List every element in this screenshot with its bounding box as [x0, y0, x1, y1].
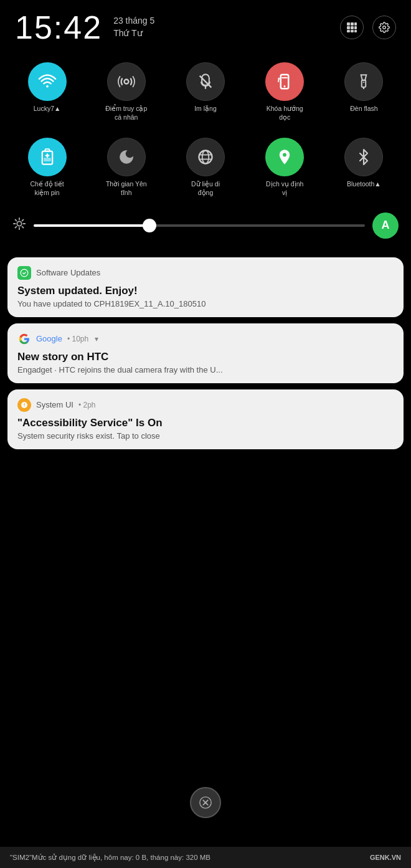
- slider-thumb: [143, 219, 156, 232]
- tile-silent[interactable]: Im lặng: [166, 56, 245, 128]
- tile-rotation-label: Khóa hướngdọc: [267, 105, 303, 122]
- svg-rect-1: [351, 22, 354, 26]
- notif-meta-2: • 10ph: [67, 335, 88, 343]
- notif-app-name-1: Software Updates: [36, 268, 100, 277]
- tile-location-label: Dịch vụ địnhvị: [266, 180, 303, 197]
- watermark: GENK.VN: [370, 854, 401, 861]
- status-bar: 15:42 23 tháng 5 Thứ Tư: [0, 0, 411, 50]
- system-ui-icon: [17, 398, 31, 412]
- notif-header-1: Software Updates: [17, 266, 394, 280]
- google-icon: [17, 332, 31, 346]
- notif-title-1: System updated. Enjoy!: [17, 285, 394, 297]
- svg-rect-16: [362, 80, 366, 87]
- svg-point-10: [46, 85, 49, 88]
- status-icons: [340, 16, 396, 39]
- svg-line-35: [22, 220, 24, 221]
- svg-rect-6: [347, 30, 350, 32]
- notif-card-google[interactable]: Google • 10ph ▾ New story on HTC Engadge…: [7, 323, 404, 383]
- notif-app-name-3: System UI: [36, 400, 73, 409]
- notif-body-3: System security risks exist. Tap to clos…: [17, 431, 394, 441]
- svg-rect-8: [354, 30, 357, 32]
- tile-quiet-label: Thời gian Yêntĩnh: [106, 180, 147, 197]
- svg-point-23: [202, 151, 209, 164]
- svg-rect-3: [347, 26, 350, 29]
- rotation-icon: [265, 62, 304, 101]
- notif-title-3: "Accessibility Service" Is On: [17, 417, 394, 429]
- day-of-week: Thứ Tư: [113, 27, 154, 40]
- tile-rotation[interactable]: Khóa hướngdọc: [245, 56, 324, 128]
- notif-title-2: New story on HTC: [17, 351, 394, 363]
- tile-bluetooth-label: Bluetooth▲: [347, 180, 381, 189]
- tile-wifi[interactable]: Lucky7▲: [7, 56, 87, 128]
- svg-point-27: [17, 221, 21, 226]
- silent-icon: [186, 62, 225, 101]
- user-avatar[interactable]: A: [372, 212, 399, 239]
- tile-flashlight[interactable]: Đèn flash: [324, 56, 404, 128]
- notif-card-software-updates[interactable]: Software Updates System updated. Enjoy! …: [7, 257, 404, 317]
- avatar-letter: A: [382, 219, 390, 232]
- tile-battery-saver[interactable]: Chế độ tiếtkiệm pin: [7, 131, 87, 203]
- svg-line-33: [22, 227, 24, 228]
- clock: 15:42: [15, 11, 102, 44]
- date: 23 tháng 5: [113, 15, 154, 27]
- notifications-area: Software Updates System updated. Enjoy! …: [0, 247, 411, 459]
- notif-header-2: Google • 10ph ▾: [17, 332, 394, 346]
- bluetooth-icon: [344, 138, 383, 176]
- svg-point-38: [24, 406, 24, 406]
- notif-body-1: You have updated to CPH1819EX_11_A.10_18…: [17, 299, 394, 308]
- brightness-slider[interactable]: [34, 224, 365, 227]
- svg-rect-20: [45, 149, 49, 151]
- svg-point-26: [283, 153, 286, 157]
- date-block: 23 tháng 5 Thứ Tư: [113, 15, 154, 39]
- dismiss-area: [190, 787, 221, 818]
- tile-bluetooth[interactable]: Bluetooth▲: [324, 131, 404, 203]
- slider-fill: [34, 224, 149, 227]
- svg-rect-5: [354, 26, 357, 29]
- tile-mobile-data-label: Dữ liệu diđộng: [191, 180, 220, 197]
- apps-icon[interactable]: [340, 16, 364, 39]
- svg-line-32: [16, 220, 17, 221]
- brightness-icon: [12, 217, 26, 234]
- quick-tiles-row2: Chế độ tiếtkiệm pin Thời gian Yêntĩnh Dữ…: [0, 131, 411, 207]
- notif-dropdown-2[interactable]: ▾: [95, 335, 98, 343]
- svg-point-36: [21, 269, 28, 277]
- bottom-bar: "SIM2"Mức sử dụng dữ liệu, hôm nay: 0 B,…: [0, 847, 411, 868]
- tile-quiet-time[interactable]: Thời gian Yêntĩnh: [87, 131, 166, 203]
- tile-silent-label: Im lặng: [194, 105, 217, 113]
- notif-meta-3: • 2ph: [78, 401, 96, 409]
- notif-body-2: Engadget · HTC rejoins the dual camera f…: [17, 365, 394, 374]
- tile-location[interactable]: Dịch vụ địnhvị: [245, 131, 324, 203]
- tile-wifi-label: Lucky7▲: [34, 105, 61, 113]
- tile-battery-label: Chế độ tiếtkiệm pin: [30, 180, 64, 197]
- wifi-icon: [28, 62, 67, 101]
- flashlight-icon: [344, 62, 383, 101]
- svg-line-34: [16, 227, 17, 228]
- notif-header-3: System UI • 2ph: [17, 398, 394, 412]
- brightness-bar: A: [0, 207, 411, 247]
- svg-point-9: [383, 26, 386, 29]
- quick-tiles-row1: Lucky7▲ Điểm truy cậpcá nhân Im lặng: [0, 50, 411, 131]
- hotspot-icon: [107, 62, 146, 101]
- svg-point-11: [124, 80, 128, 84]
- moon-icon: [107, 138, 146, 176]
- location-icon: [265, 138, 304, 176]
- notif-app-name-2: Google: [36, 334, 62, 343]
- svg-rect-7: [351, 30, 354, 32]
- notif-card-system-ui[interactable]: System UI • 2ph "Accessibility Service" …: [7, 389, 404, 449]
- svg-point-15: [284, 85, 286, 87]
- time-block: 15:42 23 tháng 5 Thứ Tư: [15, 11, 154, 44]
- svg-point-22: [199, 151, 212, 164]
- tile-mobile-data[interactable]: Dữ liệu diđộng: [166, 131, 245, 203]
- settings-icon[interactable]: [372, 16, 396, 39]
- tile-hotspot[interactable]: Điểm truy cậpcá nhân: [87, 56, 166, 128]
- software-updates-icon: [17, 266, 31, 280]
- tile-hotspot-label: Điểm truy cậpcá nhân: [105, 105, 147, 122]
- globe-icon: [186, 138, 225, 176]
- battery-saver-icon: [28, 138, 67, 176]
- svg-rect-21: [44, 158, 51, 161]
- svg-rect-4: [351, 26, 354, 29]
- tile-flashlight-label: Đèn flash: [350, 105, 377, 113]
- sim-data-text: "SIM2"Mức sử dụng dữ liệu, hôm nay: 0 B,…: [10, 853, 210, 862]
- svg-rect-2: [354, 22, 357, 26]
- dismiss-all-button[interactable]: [190, 787, 221, 818]
